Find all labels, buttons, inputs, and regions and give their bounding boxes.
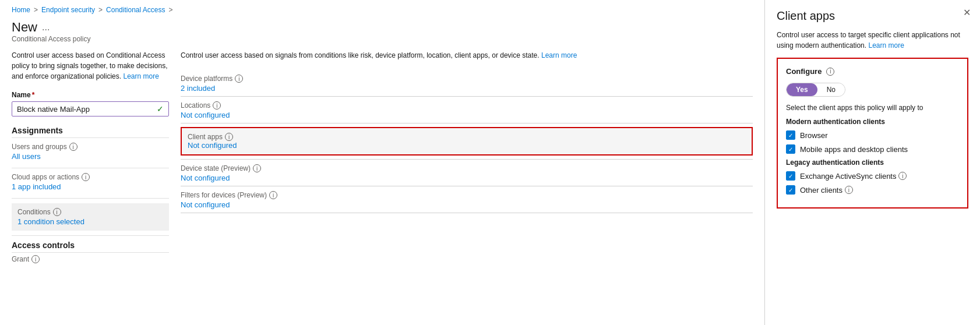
- exchange-label-group: Exchange ActiveSync clients i: [800, 172, 907, 181]
- panel-close-button[interactable]: ✕: [963, 7, 971, 18]
- name-checkmark: ✓: [157, 104, 164, 114]
- other-checkbox[interactable]: [786, 185, 795, 195]
- client-apps-info-icon[interactable]: i: [225, 133, 233, 141]
- grant-row[interactable]: Grant i: [12, 255, 169, 263]
- device-platforms-value[interactable]: 2 included: [181, 84, 753, 93]
- toggle-no[interactable]: No: [817, 83, 845, 96]
- page-subtitle: Conditional Access policy: [12, 35, 753, 43]
- panel-learn-more[interactable]: Learn more: [868, 41, 904, 50]
- toggle-container[interactable]: Yes No: [786, 83, 845, 97]
- device-state-item: Device state (Preview) i Not configured: [181, 160, 753, 186]
- modern-auth-title: Modern authentication clients: [786, 118, 959, 126]
- exchange-row: Exchange ActiveSync clients i: [786, 171, 959, 181]
- configure-label: Configure: [786, 67, 822, 76]
- client-apps-label: Client apps i: [188, 133, 746, 141]
- left-learn-more[interactable]: Learn more: [123, 72, 158, 80]
- exchange-info-icon[interactable]: i: [898, 172, 907, 180]
- exchange-checkbox[interactable]: [786, 171, 795, 181]
- locations-value[interactable]: Not configured: [181, 111, 753, 119]
- browser-label: Browser: [800, 131, 828, 140]
- device-state-info-icon[interactable]: i: [253, 164, 261, 172]
- configure-info-icon[interactable]: i: [826, 68, 834, 76]
- configure-row: Configure i: [786, 67, 959, 76]
- conditions-info-icon[interactable]: i: [53, 208, 61, 216]
- other-row: Other clients i: [786, 185, 959, 195]
- device-platforms-info-icon[interactable]: i: [235, 75, 243, 83]
- side-panel: ✕ Client apps Control user access to tar…: [764, 0, 980, 325]
- conditions-label: Conditions i: [17, 208, 163, 216]
- locations-info-icon[interactable]: i: [213, 101, 221, 109]
- left-panel: Control user access based on Conditional…: [12, 50, 169, 263]
- users-value[interactable]: All users: [12, 152, 169, 161]
- client-apps-box[interactable]: Client apps i Not configured: [181, 127, 753, 156]
- conditions-description: Control user access based on signals fro…: [181, 50, 753, 61]
- breadcrumb-conditional[interactable]: Conditional Access: [106, 6, 165, 14]
- browser-row: Browser: [786, 130, 959, 140]
- other-label: Other clients: [800, 186, 842, 195]
- exchange-label: Exchange ActiveSync clients: [800, 172, 896, 181]
- assignments-title: Assignments: [12, 126, 169, 138]
- device-state-label: Device state (Preview) i: [181, 160, 753, 172]
- panel-description: Control user access to target specific c…: [777, 30, 968, 51]
- legacy-auth-title: Legacy authentication clients: [786, 158, 959, 167]
- locations-label: Locations i: [181, 97, 753, 109]
- breadcrumb-home[interactable]: Home: [12, 6, 30, 14]
- breadcrumb-endpoint[interactable]: Endpoint security: [41, 6, 95, 14]
- device-platforms-item: Device platforms i 2 included: [181, 70, 753, 97]
- other-label-group: Other clients i: [800, 186, 853, 195]
- right-panel: Control user access based on signals fro…: [181, 50, 753, 263]
- filters-label: Filters for devices (Preview) i: [181, 186, 753, 199]
- name-input-wrapper: ✓: [12, 101, 169, 116]
- toggle-yes[interactable]: Yes: [787, 83, 817, 96]
- device-state-value[interactable]: Not configured: [181, 174, 753, 182]
- page-title-text: New: [12, 20, 37, 35]
- cloud-apps-info-icon[interactable]: i: [82, 173, 90, 181]
- left-description: Control user access based on Conditional…: [12, 50, 169, 82]
- conditions-learn-more[interactable]: Learn more: [541, 51, 577, 59]
- page-title-menu[interactable]: ...: [42, 22, 50, 33]
- locations-item: Locations i Not configured: [181, 97, 753, 123]
- page-header: New ... Conditional Access policy: [12, 20, 753, 43]
- filters-info-icon[interactable]: i: [269, 191, 277, 199]
- panel-border-box: Configure i Yes No Select the client app…: [777, 58, 968, 209]
- conditions-value[interactable]: 1 condition selected: [17, 217, 163, 226]
- client-apps-value[interactable]: Not configured: [188, 141, 746, 150]
- access-controls-title: Access controls: [12, 241, 169, 253]
- access-controls-section: Access controls Grant i: [12, 241, 169, 263]
- cloud-apps-value[interactable]: 1 app included: [12, 182, 169, 191]
- cloud-apps-label: Cloud apps or actions i: [12, 173, 169, 181]
- name-label: Name*: [12, 91, 169, 99]
- mobile-row: Mobile apps and desktop clients: [786, 144, 959, 154]
- browser-checkbox[interactable]: [786, 130, 795, 140]
- grant-info-icon[interactable]: i: [31, 255, 40, 263]
- other-info-icon[interactable]: i: [845, 186, 853, 194]
- panel-title: Client apps: [777, 9, 968, 23]
- mobile-label: Mobile apps and desktop clients: [800, 145, 908, 154]
- conditions-row[interactable]: Conditions i 1 condition selected: [12, 203, 169, 231]
- mobile-checkbox[interactable]: [786, 144, 795, 154]
- select-label: Select the client apps this policy will …: [786, 104, 959, 112]
- name-input[interactable]: [17, 105, 157, 114]
- breadcrumb: Home > Endpoint security > Conditional A…: [12, 6, 753, 14]
- users-info-icon[interactable]: i: [69, 143, 77, 151]
- filters-value[interactable]: Not configured: [181, 200, 753, 209]
- filters-item: Filters for devices (Preview) i Not conf…: [181, 186, 753, 213]
- users-label: Users and groups i: [12, 143, 169, 151]
- device-platforms-label: Device platforms i: [181, 70, 753, 83]
